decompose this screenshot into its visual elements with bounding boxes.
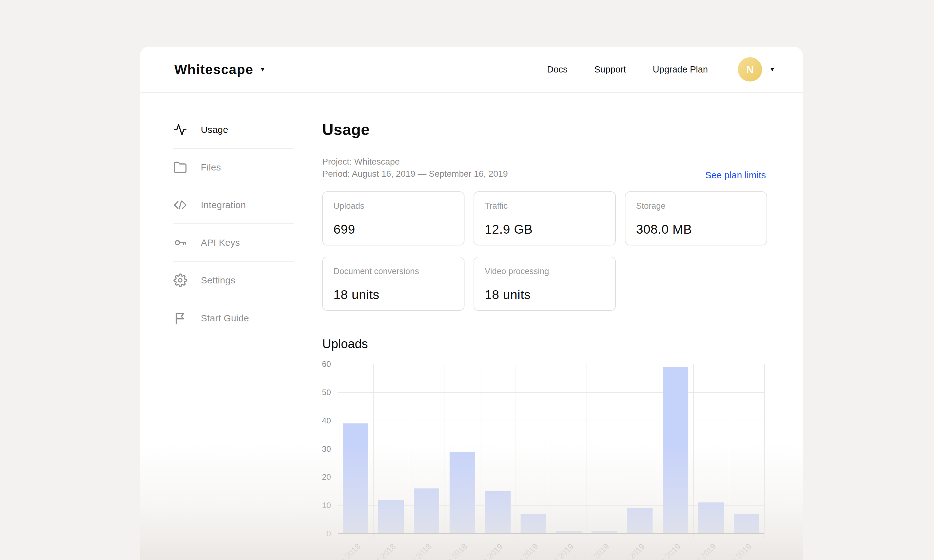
sidebar-item-label: Settings (201, 275, 235, 286)
chart-bar (627, 508, 653, 534)
stat-value: 12.9 GB (485, 222, 533, 237)
sidebar-nav: Usage Files Integration API Keys Setting… (173, 111, 294, 337)
sidebar-item-label: API Keys (201, 237, 240, 248)
y-axis-tick: 40 (322, 415, 331, 425)
chart-title: Uploads (322, 337, 368, 351)
usage-meta: Project: Whitescape Period: August 16, 2… (322, 155, 508, 180)
x-axis-tick-label: 16 Oct 2018 (360, 542, 398, 560)
y-axis-tick: 0 (327, 529, 331, 538)
chart-bar (414, 488, 439, 534)
x-axis-tick-label: 16 Dec 2018 (430, 542, 469, 560)
y-axis-tick: 50 (322, 387, 331, 397)
uploads-chart: 010203040506016 Sep 201816 Oct 201816 No… (338, 364, 764, 534)
project-switcher[interactable]: Whitescape ▾ (174, 62, 264, 77)
chart-bar (521, 514, 546, 534)
stat-card-traffic: Traffic 12.9 GB (473, 191, 616, 245)
key-icon (173, 236, 187, 249)
x-axis-line (338, 533, 764, 534)
flag-icon (173, 311, 187, 325)
sidebar-item-label: Files (201, 162, 221, 173)
stat-value: 18 units (333, 288, 379, 302)
gridline-v (409, 364, 409, 538)
brand-name: Whitescape (174, 62, 253, 77)
sidebar-item-start-guide[interactable]: Start Guide (173, 299, 294, 337)
period-line: Period: August 16, 2019 — September 16, … (322, 168, 508, 180)
project-line: Project: Whitescape (322, 155, 508, 168)
sidebar-item-api-keys[interactable]: API Keys (173, 224, 294, 262)
chart-bar (698, 502, 724, 534)
chart-bar (734, 514, 759, 534)
sidebar-item-label: Integration (201, 200, 246, 210)
page-title: Usage (322, 121, 370, 139)
chevron-down-icon: ▾ (261, 66, 264, 73)
gridline-v (373, 364, 374, 538)
stat-label: Storage (636, 201, 666, 211)
stat-card-storage: Storage 308.0 MB (625, 191, 767, 245)
chart-bar (450, 452, 475, 534)
x-axis-tick-label: 16 Sep 2018 (323, 542, 362, 560)
main-content: Usage Project: Whitescape Period: August… (322, 47, 766, 560)
stat-label: Document conversions (333, 267, 419, 276)
y-axis-tick: 10 (322, 501, 331, 510)
sidebar-item-label: Usage (201, 125, 228, 135)
y-axis-tick: 20 (322, 472, 331, 482)
sidebar-item-usage[interactable]: Usage (173, 111, 294, 149)
activity-icon (173, 123, 187, 137)
stat-label: Video processing (485, 267, 549, 276)
gear-icon (173, 274, 187, 287)
sidebar-item-integration[interactable]: Integration (173, 186, 294, 224)
gridline-v (338, 364, 338, 538)
chart-bar (485, 491, 510, 534)
chart-bar (378, 500, 404, 534)
x-axis-tick-label: 16 Nov 2018 (394, 542, 433, 560)
x-axis-tick-label: 16 Apr 2019 (573, 542, 611, 560)
x-axis-tick-label: 16 May 2019 (607, 542, 647, 560)
chevron-down-icon: ▾ (771, 66, 774, 73)
stat-value: 308.0 MB (636, 222, 692, 237)
gridline-v (622, 364, 623, 538)
y-axis-tick: 30 (322, 444, 331, 454)
stat-cards: Uploads 699 Traffic 12.9 GB Storage 308.… (322, 191, 767, 311)
see-plan-limits-link[interactable]: See plan limits (705, 170, 766, 180)
app-window: Whitescape ▾ Docs Support Upgrade Plan N… (140, 47, 803, 560)
sidebar-item-settings[interactable]: Settings (173, 262, 294, 299)
x-axis-tick-label: 16 Mar 2019 (537, 542, 576, 560)
stat-value: 699 (333, 222, 355, 237)
stat-value: 18 units (485, 288, 531, 302)
chart-bar (343, 423, 368, 534)
stat-card-video-processing: Video processing 18 units (473, 257, 616, 311)
stat-card-uploads: Uploads 699 (322, 191, 464, 245)
x-axis-tick-label: 16 Jun 2019 (644, 542, 683, 560)
chart-bar (663, 367, 688, 534)
code-icon (173, 198, 187, 212)
x-axis-tick-label: 16 Feb 2019 (501, 542, 540, 560)
stat-card-document-conversions: Document conversions 18 units (322, 257, 464, 311)
x-axis-tick-label: 16 Aug 2019 (715, 542, 754, 560)
folder-icon (173, 160, 187, 174)
stat-label: Uploads (333, 201, 364, 211)
sidebar-item-label: Start Guide (201, 313, 249, 323)
stat-label: Traffic (485, 201, 508, 211)
x-axis-tick-label: 16 Jul 2019 (681, 542, 718, 560)
sidebar-item-files[interactable]: Files (173, 149, 294, 186)
y-axis-tick: 60 (322, 359, 331, 369)
x-axis-tick-label: 16 Jan 2019 (466, 542, 505, 560)
